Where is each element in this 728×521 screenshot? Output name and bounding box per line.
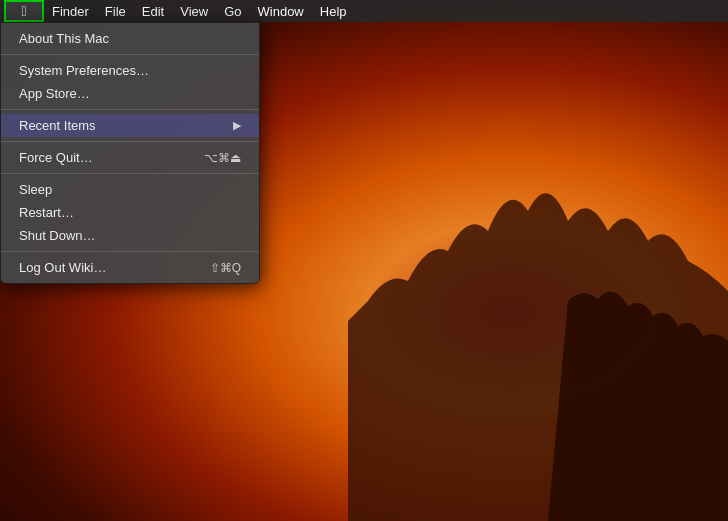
menubar-item-edit[interactable]: Edit [134, 0, 172, 22]
force-quit-label: Force Quit… [19, 150, 204, 165]
system-prefs-label: System Preferences… [19, 63, 241, 78]
menubar-item-view[interactable]: View [172, 0, 216, 22]
menu-item-force-quit[interactable]: Force Quit… ⌥⌘⏏ [1, 146, 259, 169]
menubar-item-window[interactable]: Window [250, 0, 312, 22]
menubar-item-help[interactable]: Help [312, 0, 355, 22]
logout-shortcut: ⇧⌘Q [210, 261, 241, 275]
apple-logo-icon:  [21, 3, 26, 19]
menu-item-restart[interactable]: Restart… [1, 201, 259, 224]
restart-label: Restart… [19, 205, 241, 220]
menu-item-logout[interactable]: Log Out Wiki… ⇧⌘Q [1, 256, 259, 279]
recent-items-label: Recent Items [19, 118, 233, 133]
shut-down-label: Shut Down… [19, 228, 241, 243]
app-store-label: App Store… [19, 86, 241, 101]
menu-item-system-prefs[interactable]: System Preferences… [1, 59, 259, 82]
menu-separator-5 [1, 251, 259, 252]
menu-separator-3 [1, 141, 259, 142]
sleep-label: Sleep [19, 182, 241, 197]
menubar-items: Finder File Edit View Go Window Help [44, 0, 355, 22]
apple-menu-button[interactable]:  [4, 0, 44, 22]
menu-separator-2 [1, 109, 259, 110]
force-quit-shortcut: ⌥⌘⏏ [204, 151, 241, 165]
logout-label: Log Out Wiki… [19, 260, 210, 275]
menubar-item-finder[interactable]: Finder [44, 0, 97, 22]
menu-item-sleep[interactable]: Sleep [1, 178, 259, 201]
about-label: About This Mac [19, 31, 241, 46]
submenu-arrow-icon: ▶ [233, 119, 241, 132]
menubar-item-go[interactable]: Go [216, 0, 249, 22]
menu-item-shut-down[interactable]: Shut Down… [1, 224, 259, 247]
menu-item-about[interactable]: About This Mac [1, 27, 259, 50]
menubar-item-file[interactable]: File [97, 0, 134, 22]
rock-silhouette [348, 141, 728, 521]
menubar:  Finder File Edit View Go Window Help [0, 0, 728, 22]
menu-separator-1 [1, 54, 259, 55]
menu-item-app-store[interactable]: App Store… [1, 82, 259, 105]
menu-item-recent-items[interactable]: Recent Items ▶ [1, 114, 259, 137]
apple-dropdown-menu: About This Mac System Preferences… App S… [0, 22, 260, 284]
menu-separator-4 [1, 173, 259, 174]
